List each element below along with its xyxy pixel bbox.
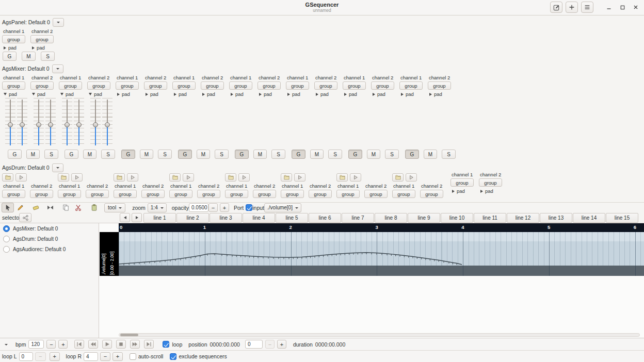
line-tab[interactable]: line 4 bbox=[243, 213, 275, 223]
position-cursor-button[interactable] bbox=[2, 203, 14, 212]
group-button[interactable]: group bbox=[479, 178, 502, 187]
seek-backward-button[interactable] bbox=[88, 340, 98, 349]
line-tab[interactable]: line 1 bbox=[143, 213, 176, 223]
slider-handle[interactable] bbox=[8, 122, 13, 127]
play-button[interactable] bbox=[406, 173, 417, 182]
maximize-button[interactable] bbox=[617, 2, 627, 13]
bpm-entry[interactable]: 120 bbox=[28, 340, 44, 349]
group-button[interactable]: group bbox=[87, 81, 110, 90]
group-button[interactable]: group bbox=[2, 35, 25, 43]
group-button[interactable]: group bbox=[281, 190, 304, 198]
group-button[interactable]: group bbox=[286, 81, 309, 90]
copy-button[interactable] bbox=[59, 203, 72, 212]
volume-slider[interactable] bbox=[102, 98, 112, 147]
gms-s-button[interactable]: S bbox=[41, 52, 55, 61]
group-button[interactable]: group bbox=[428, 81, 451, 90]
pad-expander[interactable]: pad bbox=[30, 44, 45, 51]
line-tab[interactable]: line 8 bbox=[375, 213, 407, 223]
gms-m-button[interactable]: M bbox=[310, 150, 324, 159]
group-button[interactable]: group bbox=[399, 81, 423, 90]
volume-slider[interactable] bbox=[45, 98, 56, 147]
loop-left-increment-button[interactable]: + bbox=[50, 352, 60, 361]
group-button[interactable]: group bbox=[30, 190, 53, 198]
opacity-decrement-button[interactable]: − bbox=[208, 203, 218, 212]
gms-m-button[interactable]: M bbox=[253, 150, 267, 159]
loop-right-increment-button[interactable]: + bbox=[112, 352, 123, 361]
gms-s-button[interactable]: S bbox=[44, 150, 58, 159]
line-tab[interactable]: line 14 bbox=[573, 213, 605, 223]
machine-radio-item[interactable]: AgsAudiorec: Default 0 bbox=[0, 244, 99, 254]
pad-expander[interactable]: pad bbox=[172, 91, 187, 97]
volume-slider[interactable] bbox=[5, 98, 15, 147]
line-tab[interactable]: line 11 bbox=[474, 213, 506, 223]
pad-expander[interactable]: pad bbox=[427, 91, 442, 97]
gms-g-button[interactable]: G bbox=[348, 150, 362, 159]
gms-g-button[interactable]: G bbox=[65, 150, 78, 159]
slider-handle[interactable] bbox=[76, 122, 82, 127]
play-button[interactable] bbox=[127, 173, 138, 182]
open-button[interactable] bbox=[392, 173, 404, 182]
paste-button[interactable] bbox=[88, 203, 100, 212]
open-button[interactable] bbox=[281, 173, 292, 182]
pad-expander[interactable]: pad bbox=[2, 44, 17, 51]
position-spin-entry[interactable]: 0 bbox=[245, 340, 263, 349]
group-button[interactable]: group bbox=[314, 81, 337, 90]
group-button[interactable]: group bbox=[309, 190, 332, 198]
pad-expander[interactable]: pad bbox=[450, 188, 465, 194]
gms-g-button[interactable]: G bbox=[235, 150, 249, 159]
slider-handle[interactable] bbox=[105, 122, 110, 127]
loop-right-entry[interactable]: 4 bbox=[84, 352, 98, 361]
exclude-sequencers-checkbox[interactable] bbox=[170, 353, 176, 360]
tabs-scroll-left-button[interactable] bbox=[120, 213, 130, 222]
stop-button[interactable] bbox=[116, 340, 126, 349]
play-button[interactable] bbox=[238, 173, 250, 182]
group-button[interactable]: group bbox=[116, 81, 139, 90]
group-button[interactable]: group bbox=[225, 190, 248, 198]
machine-radio-item[interactable]: AgsMixer: Default 0 bbox=[0, 223, 99, 234]
pad-expander[interactable]: pad bbox=[30, 91, 45, 97]
tool-menu-button[interactable]: tool bbox=[104, 203, 125, 212]
group-button[interactable]: group bbox=[86, 190, 109, 198]
slider-handle[interactable] bbox=[93, 122, 98, 127]
close-button[interactable] bbox=[631, 2, 641, 13]
bpm-increment-button[interactable]: + bbox=[58, 340, 68, 349]
group-button[interactable]: group bbox=[58, 190, 81, 198]
radio-button[interactable] bbox=[3, 246, 10, 253]
gms-m-button[interactable]: M bbox=[26, 150, 40, 159]
scrollbar-thumb[interactable] bbox=[120, 334, 138, 336]
open-button[interactable] bbox=[58, 173, 69, 182]
radio-button[interactable] bbox=[3, 236, 10, 242]
gms-m-button[interactable]: M bbox=[22, 52, 36, 61]
pad-expander[interactable]: pad bbox=[257, 91, 272, 97]
line-tab[interactable]: line 15 bbox=[606, 213, 638, 223]
select-button[interactable] bbox=[44, 203, 56, 212]
gms-g-button[interactable]: G bbox=[178, 150, 192, 159]
horizontal-scrollbar[interactable] bbox=[119, 333, 640, 337]
group-button[interactable]: group bbox=[172, 81, 196, 90]
pad-expander[interactable]: pad bbox=[58, 91, 74, 97]
group-button[interactable]: group bbox=[114, 190, 137, 198]
slider-handle[interactable] bbox=[65, 122, 70, 127]
pad-expander[interactable]: pad bbox=[2, 91, 17, 97]
seek-forward-button[interactable] bbox=[130, 340, 140, 349]
automation-area[interactable] bbox=[119, 232, 644, 276]
line-tab[interactable]: line 13 bbox=[540, 213, 572, 223]
minimize-button[interactable] bbox=[604, 2, 614, 13]
line-tab[interactable]: line 7 bbox=[342, 213, 374, 223]
gms-g-button[interactable]: G bbox=[121, 150, 135, 159]
selector-settings-button[interactable] bbox=[19, 213, 31, 222]
open-button[interactable] bbox=[2, 173, 13, 182]
gms-s-button[interactable]: S bbox=[215, 150, 229, 159]
opacity-entry[interactable]: 0.0500 bbox=[189, 203, 208, 212]
line-tab[interactable]: line 10 bbox=[441, 213, 473, 223]
group-button[interactable]: group bbox=[364, 190, 388, 198]
pad-expander[interactable]: pad bbox=[314, 91, 329, 97]
volume-slider[interactable] bbox=[34, 98, 44, 147]
machine-menu-button[interactable] bbox=[52, 64, 63, 73]
position-decrement-button[interactable]: − bbox=[265, 340, 275, 349]
group-button[interactable]: group bbox=[59, 81, 82, 90]
pad-expander[interactable]: pad bbox=[200, 91, 215, 97]
line-tab[interactable]: line 9 bbox=[408, 213, 440, 223]
input-checkbox[interactable] bbox=[246, 204, 252, 211]
gms-m-button[interactable]: M bbox=[140, 150, 154, 159]
